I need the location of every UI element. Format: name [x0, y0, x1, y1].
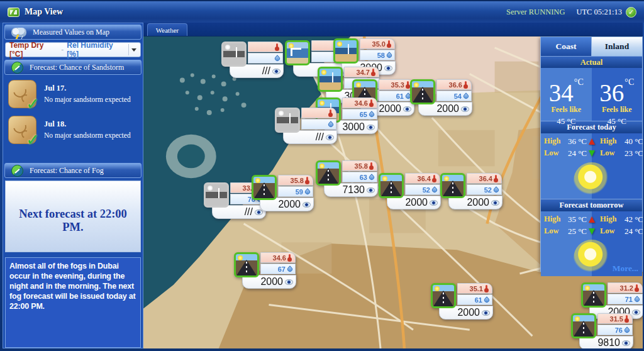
visibility-eye-icon	[430, 200, 438, 206]
forecast-today-values: High36 °CHigh40 °C Low24 °CLow23 °C	[541, 133, 642, 160]
map-tabbar: Weather	[143, 23, 643, 36]
forecast-date: Jul 18.	[44, 120, 131, 129]
sandstorm-entry: ✓ Jul 18. No major sandstorm expected	[8, 116, 138, 144]
sandstorm-icon: ✓	[8, 116, 36, 144]
temp-up-arrow-icon	[589, 216, 595, 223]
road-station-icon	[252, 175, 277, 200]
temperature-row: 34.7	[344, 67, 379, 77]
humidity-drop-icon	[274, 55, 280, 62]
fog-forecast-label: Forecast: Chance of Fog	[30, 166, 104, 176]
road-station-icon	[440, 173, 465, 198]
inland-actual-column: 36°C Feels like 45 °C	[592, 68, 643, 121]
temperature-row: 31.5	[597, 313, 633, 324]
status-check-icon: ✓	[626, 7, 636, 18]
humidity-row: 63	[342, 172, 377, 182]
dropdown-arrow-icon[interactable]	[128, 44, 139, 55]
temperature-row: 35.8	[278, 175, 313, 186]
humidity-drop-icon	[633, 296, 640, 303]
station-marker[interactable]: 35.8637130	[316, 160, 379, 201]
sun-dot-icon	[238, 255, 243, 260]
dropdown-temp-label: Temp Dry [°C]	[9, 41, 58, 58]
thermometer-icon	[276, 43, 278, 49]
station-marker[interactable]: 35.1612000	[431, 283, 494, 323]
thermometer-icon	[486, 285, 487, 291]
temperature-row: 35.8	[342, 160, 377, 171]
tab-weather[interactable]: Weather	[147, 23, 187, 36]
humidity-drop-icon	[483, 296, 490, 303]
forecast-date: Jul 17.	[44, 84, 131, 93]
forecast-today-header: Forecast today	[541, 121, 642, 133]
sun-dot-icon	[585, 286, 590, 291]
utc-clock: UTC 05:21:13 ✓	[576, 7, 636, 18]
measured-values-header: Measured Values on Map	[4, 25, 142, 40]
dubai-map[interactable]: ///35.058300034.762300035.361200036.6542…	[143, 36, 643, 348]
green-check-icon: ✓	[26, 130, 40, 149]
thermometer-icon	[495, 175, 497, 181]
station-marker[interactable]: 34.6672000	[234, 252, 297, 292]
thermometer-icon	[465, 81, 467, 87]
map-values-dropdown[interactable]: Temp Dry [°C] - Rel Humidity [%]	[5, 42, 141, 57]
today-condition	[541, 160, 642, 199]
window-title: Map View	[25, 7, 63, 17]
station-marker[interactable]: 36.6542000	[410, 79, 473, 120]
humidity-row	[301, 119, 336, 130]
road-station-icon	[234, 252, 259, 277]
humidity-drop-icon	[368, 111, 375, 118]
visibility-eye-icon	[491, 200, 499, 206]
beach-station-icon	[221, 42, 247, 67]
sandstorm-forecast-header: Forecast: Chance of Sandstorm	[4, 60, 142, 75]
temperature-row: 35.1	[457, 283, 492, 294]
humidity-drop-icon	[462, 92, 469, 99]
map-content: Weather	[143, 23, 643, 348]
humidity-row: 67	[260, 264, 296, 274]
tab-coast[interactable]: Coast	[541, 37, 592, 56]
more-link[interactable]: More...	[613, 264, 638, 274]
station-marker[interactable]: 36.4522000	[379, 173, 441, 213]
forecast-tomorrow-header: Forecast tomorrow	[541, 199, 642, 211]
visibility-eye-icon	[326, 135, 334, 140]
forecast-tomorrow-values: High35 °CHigh42 °C Low25 °CLow24 °C	[541, 211, 642, 238]
coast-feels-like-label: Feels like	[551, 105, 581, 114]
fog-next-forecast: Next forecast at 22:00 PM.	[5, 181, 141, 252]
thermometer-icon	[433, 175, 435, 181]
station-marker[interactable]: 35.8592000	[252, 175, 314, 215]
visibility-eye-icon	[303, 202, 311, 208]
sandstorm-entry: ✓ Jul 17. No major sandstorm expected	[8, 80, 138, 108]
visibility-eye-icon	[622, 340, 630, 346]
sandstorm-entries: ✓ Jul 17. No major sandstorm expected ✓ …	[3, 76, 143, 162]
inland-feels-like-label: Feels like	[602, 105, 632, 114]
sun-dot-icon	[321, 70, 326, 75]
station-marker[interactable]: 31.5769810	[571, 313, 634, 348]
tab-inland[interactable]: Inland	[592, 37, 642, 56]
temperature-row: 36.4	[405, 173, 440, 184]
temperature-row: 34.6	[260, 252, 296, 263]
actual-label: Actual	[580, 58, 602, 67]
station-marker[interactable]: 36.4522000	[440, 173, 503, 213]
thermometer-icon	[330, 109, 331, 115]
visibility-eye-icon	[367, 125, 375, 130]
sun-dot-icon	[319, 164, 325, 169]
humidity-row: 52	[467, 184, 502, 195]
temperature-row: 31.2	[608, 282, 643, 293]
sun-dot-icon	[319, 101, 325, 106]
beach-station-icon	[275, 108, 300, 133]
thermometer-icon	[407, 81, 409, 87]
humidity-drop-icon	[304, 188, 311, 195]
sun-dot-icon	[356, 82, 361, 87]
map-view-window: Map View Server RUNNING UTC 05:21:13 ✓ M…	[0, 0, 644, 351]
visibility-eye-icon	[461, 106, 469, 112]
fog-info-text: Almost all of the fogs in Dubai occur in…	[5, 257, 141, 348]
sun-dot-icon	[255, 178, 260, 183]
station-marker[interactable]: ///	[275, 108, 338, 148]
station-marker[interactable]: ///	[221, 42, 284, 82]
thermometer-icon	[388, 40, 390, 46]
humidity-row: 54	[436, 91, 472, 101]
temperature-row	[248, 42, 283, 52]
forecast-compass-icon	[11, 62, 23, 74]
forecast-compass-icon	[11, 165, 23, 177]
utc-time-text: UTC 05:21:13	[576, 8, 622, 17]
humidity-drop-icon	[386, 52, 392, 58]
humidity-row: 65	[342, 109, 377, 120]
sun-dot-icon	[279, 111, 284, 116]
humidity-drop-icon	[431, 186, 438, 193]
